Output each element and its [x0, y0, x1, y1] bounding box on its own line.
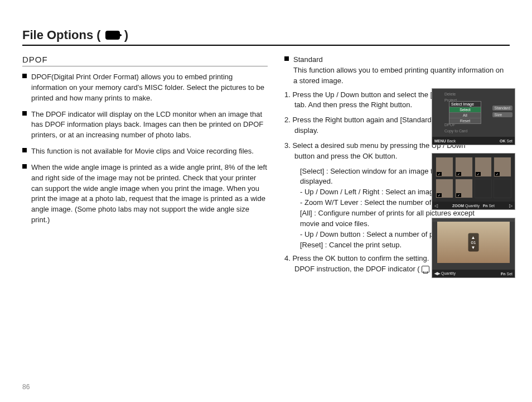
title-prefix: File Options (: [22, 28, 101, 42]
bar-set-label: Set: [489, 204, 495, 208]
square-bullet-icon: [22, 111, 27, 116]
right-column: Standard This function allows you to emb…: [284, 55, 510, 279]
quantity-badge: ▲ 01 ▼: [468, 233, 479, 252]
lcd-menu-preview: Delete Protect DPOF Copy to Card Select …: [432, 88, 515, 145]
bullet-item: This function is not available for Movie…: [22, 146, 268, 157]
thumbnail: ✓: [475, 157, 492, 177]
menu-item: Delete: [444, 91, 467, 97]
down-arrow-icon: ▼: [471, 245, 476, 250]
square-bullet-icon: [284, 56, 289, 61]
thumbnail: ✓: [455, 157, 473, 177]
standard-heading: Standard: [293, 55, 323, 64]
popup-item-select: Select: [449, 107, 481, 112]
nav-button-label: ◀▶: [434, 271, 440, 275]
up-arrow-icon: ▲: [471, 235, 476, 240]
thumbnail: ✓: [455, 179, 473, 199]
standard-heading-block: Standard This function allows you to emb…: [284, 55, 510, 87]
fn-button-label: Fn: [483, 204, 488, 208]
menu-button-label: MENU: [434, 139, 446, 143]
bar-quantity-label: Quantity: [441, 271, 456, 275]
page-title: File Options ( ): [22, 28, 510, 46]
dpof-indicator-icon: [422, 266, 429, 272]
bar-back-label: Back: [447, 139, 456, 143]
popup-title: Select Image: [449, 102, 481, 107]
standard-intro: This function allows you to embed printi…: [293, 66, 504, 85]
bullet-item: The DPOF indicator will display on the L…: [22, 109, 268, 141]
side-tag-size: Size: [492, 112, 512, 117]
right-arrow-icon: ▷: [509, 203, 512, 208]
popup-item-reset: Reset: [449, 118, 481, 123]
left-arrow-icon: ◁: [434, 203, 438, 208]
bullet-item: DPOF(Digital Print Order Format) allows …: [22, 72, 268, 104]
bar-set-label: Set: [506, 139, 512, 143]
bullet-text: DPOF(Digital Print Order Format) allows …: [31, 73, 264, 102]
bullet-text: When the wide angle image is printed as …: [31, 163, 267, 224]
bullet-text: This function is not available for Movie…: [31, 147, 254, 155]
lcd-previews: Delete Protect DPOF Copy to Card Select …: [432, 88, 515, 278]
fn-button-label: Fn: [501, 272, 506, 276]
lcd1-side-tags: Standard Size: [492, 106, 512, 119]
ok-button-label: OK: [500, 139, 506, 143]
preview-photo: ▲ 01 ▼: [437, 222, 510, 263]
section-heading: DPOF: [22, 55, 268, 66]
popup-item-all: All: [449, 112, 481, 118]
thumbnail: ✓: [494, 157, 511, 177]
file-options-icon: [105, 31, 120, 40]
quantity-value: 01: [471, 240, 476, 245]
menu-item: Copy to Card: [444, 128, 467, 134]
bar-set-label: Set: [506, 272, 512, 276]
lcd1-popup: Select Image Select All Reset: [449, 101, 481, 124]
title-suffix: ): [124, 28, 128, 42]
thumbnail: ✓: [436, 179, 453, 199]
square-bullet-icon: [22, 164, 27, 169]
bar-quantity-label: Quantity: [465, 204, 480, 208]
lcd-single-preview: ▲ 01 ▼ ◀▶ Quantity Fn Set: [432, 218, 515, 278]
thumbnail-empty: [475, 179, 492, 199]
square-bullet-icon: [22, 74, 27, 78]
square-bullet-icon: [22, 148, 27, 152]
thumbnail: ✓: [436, 157, 453, 177]
page-number: 86: [22, 383, 30, 391]
bullet-text: The DPOF indicator will display on the L…: [31, 110, 263, 140]
left-column: DPOF DPOF(Digital Print Order Format) al…: [22, 55, 268, 279]
lcd-thumbnails-preview: ✓ ✓ ✓ ✓ ✓ ✓ ◁ ZOOM Quantity Fn Set ▷: [432, 153, 515, 210]
side-tag-standard: Standard: [492, 106, 512, 111]
bullet-item: When the wide angle image is printed as …: [22, 162, 268, 226]
thumbnail-empty: [494, 179, 511, 199]
zoom-button-label: ZOOM: [452, 204, 464, 208]
